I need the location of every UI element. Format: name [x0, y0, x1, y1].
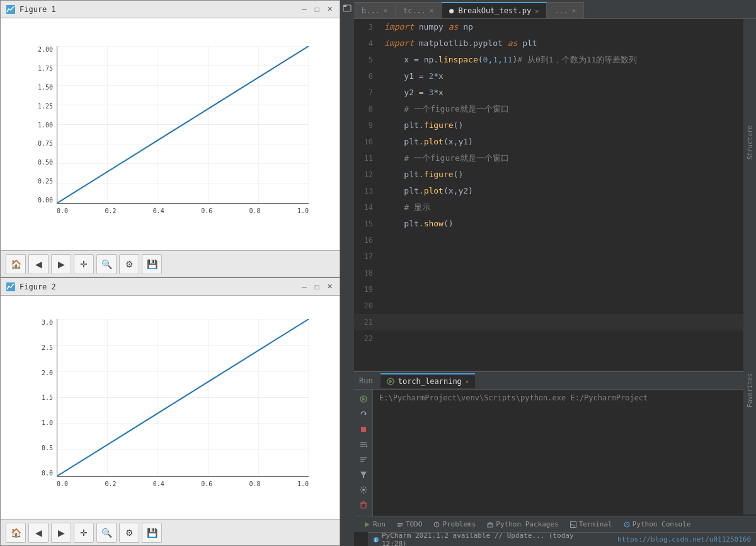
terminal-label: Terminal — [579, 520, 612, 528]
figure1-settings-btn[interactable]: ⚙ — [119, 254, 139, 274]
tab-0-label: b... — [362, 6, 380, 15]
code-line-5: 5 x = np.linspace(0,1,11)# 从0到1，个数为11的等差… — [354, 52, 756, 68]
run-filter-icon[interactable] — [357, 468, 370, 482]
todo-tab[interactable]: TODO — [392, 518, 428, 531]
line-num-4: 4 — [354, 35, 379, 52]
run-trash-icon[interactable] — [357, 498, 370, 512]
code-line-4: 4 import matplotlib.pyplot as plt — [354, 35, 756, 52]
figure2-minimize-btn[interactable]: ─ — [299, 282, 309, 292]
run-toolbar — [354, 390, 373, 516]
tab-1-close[interactable]: ✕ — [430, 7, 433, 14]
figure2-zoom-btn[interactable]: 🔍 — [96, 523, 117, 543]
python-console-icon: Py — [624, 521, 630, 528]
code-line-22: 22 — [354, 330, 756, 347]
favorites-label[interactable]: Favorites — [747, 373, 753, 407]
terminal-icon — [570, 521, 576, 528]
line-content-5: x = np.linspace(0,1,11)# 从0到1，个数为11的等差数列 — [379, 52, 756, 68]
tab-3-label: ... — [554, 6, 568, 15]
figure1-zoom-btn[interactable]: 🔍 — [96, 254, 117, 274]
svg-text:Py: Py — [625, 522, 630, 527]
run-tab-close[interactable]: ✕ — [466, 378, 469, 385]
tab-2-label: ● BreakOut_test.py — [449, 6, 531, 15]
bottom-area: Run TODO Problems — [354, 516, 756, 546]
svg-rect-53 — [398, 523, 403, 524]
figure2-x-axis: 0.0 0.2 0.4 0.6 0.8 1.0 — [57, 478, 309, 502]
code-line-18: 18 — [354, 265, 756, 281]
code-lines: 3 import numpy as np 4 import matplotlib… — [354, 19, 756, 371]
figure1-home-btn[interactable]: 🏠 — [6, 254, 26, 274]
run-refresh-icon[interactable] — [357, 407, 370, 421]
figure2-pan-btn[interactable]: ✛ — [74, 523, 94, 543]
todo-icon — [397, 521, 403, 528]
status-update[interactable]: i PyCharm 2021.1.2 available // Update..… — [373, 531, 602, 547]
figure2-settings-btn[interactable]: ⚙ — [119, 523, 139, 543]
figure2-close-btn[interactable]: ✕ — [324, 282, 335, 292]
figure2-forward-btn[interactable]: ▶ — [51, 523, 71, 543]
figure1-plot: 2.00 1.75 1.50 1.25 1.00 0.75 0.50 0.25 … — [25, 40, 315, 229]
problems-tab[interactable]: Problems — [428, 518, 481, 531]
figure1-forward-btn[interactable]: ▶ — [51, 254, 71, 274]
figure1-maximize-btn[interactable]: □ — [312, 4, 322, 15]
editor-tab-1[interactable]: tc... ✕ — [396, 2, 442, 18]
tab-3-close[interactable]: ✕ — [572, 7, 576, 14]
svg-marker-47 — [360, 472, 367, 478]
run-icon — [364, 521, 370, 528]
left-panel: Figure 1 ─ □ ✕ 2.00 1.75 1.50 1.25 1.00 … — [0, 0, 340, 546]
editor-tab-2[interactable]: ● BreakOut_test.py ✕ — [442, 2, 547, 18]
figure2-save-btn[interactable]: 💾 — [142, 523, 162, 543]
figure1-back-btn[interactable]: ◀ — [28, 254, 49, 274]
line-num-5: 5 — [354, 52, 379, 68]
line-num-12: 12 — [354, 166, 379, 183]
code-line-17: 17 — [354, 248, 756, 265]
figure2-titlebar: Figure 2 ─ □ ✕ — [1, 278, 340, 296]
editor-tab-0[interactable]: b... ✕ — [354, 2, 396, 18]
code-area: 3 import numpy as np 4 import matplotlib… — [354, 19, 756, 371]
python-packages-tab[interactable]: Python Packages — [482, 518, 563, 531]
figure1-titlebar: Figure 1 ─ □ ✕ — [1, 1, 340, 18]
tab-2-close[interactable]: ✕ — [535, 8, 539, 15]
figure2-icon — [6, 282, 16, 292]
editor-tab-3[interactable]: ... ✕ — [547, 2, 584, 18]
run-settings-icon[interactable] — [357, 483, 370, 497]
code-line-21: 21 — [354, 314, 756, 330]
tab-0-close[interactable]: ✕ — [384, 7, 387, 14]
line-content-10: plt.plot(x,y1) — [379, 134, 756, 150]
line-num-15: 15 — [354, 216, 379, 232]
figure2-window: Figure 2 ─ □ ✕ 3.0 2.5 2.0 1.5 1.0 0.5 0… — [0, 277, 340, 546]
run-bottom-label: Run — [373, 520, 386, 528]
figure1-minimize-btn[interactable]: ─ — [299, 4, 309, 15]
line-content-12: plt.figure() — [379, 166, 756, 183]
figure1-close-btn[interactable]: ✕ — [324, 4, 335, 15]
structure-label[interactable]: Structure — [747, 125, 753, 160]
run-stop-icon[interactable] — [357, 422, 370, 436]
line-num-21: 21 — [354, 314, 379, 330]
run-bottom-tab[interactable]: Run — [359, 518, 391, 531]
line-num-7: 7 — [354, 84, 379, 101]
code-line-20: 20 — [354, 298, 756, 314]
line-num-20: 20 — [354, 298, 379, 314]
terminal-tab[interactable]: Terminal — [565, 518, 617, 531]
line-content-13: plt.plot(x,y2) — [379, 183, 756, 199]
python-packages-icon — [487, 521, 493, 528]
figure2-back-btn[interactable]: ◀ — [28, 523, 49, 543]
python-packages-label: Python Packages — [496, 520, 558, 528]
run-rerun-icon[interactable] — [357, 392, 370, 406]
svg-rect-55 — [398, 526, 401, 526]
run-sort-icon[interactable] — [357, 453, 370, 467]
line-content-16 — [379, 232, 756, 248]
status-url[interactable]: https://blog.csdn.net/u011250160 — [617, 535, 751, 543]
figure2-title: Figure 2 — [20, 282, 56, 291]
figure1-save-btn[interactable]: 💾 — [142, 254, 162, 274]
project-sidebar-icon[interactable] — [341, 3, 353, 14]
figure1-pan-btn[interactable]: ✛ — [74, 254, 94, 274]
figure2-home-btn[interactable]: 🏠 — [6, 523, 26, 543]
svg-rect-59 — [488, 524, 493, 527]
svg-marker-43 — [366, 445, 367, 448]
figure1-y-axis: 2.00 1.75 1.50 1.25 1.00 0.75 0.50 0.25 … — [25, 46, 55, 204]
figure2-maximize-btn[interactable]: □ — [312, 282, 322, 292]
figure2-plot-area — [57, 319, 309, 477]
run-tab-torch[interactable]: torch_learning ✕ — [381, 373, 476, 388]
run-tabs: Run torch_learning ✕ — [354, 372, 756, 390]
python-console-tab[interactable]: Py Python Console — [619, 518, 696, 531]
run-scroll-icon[interactable] — [357, 438, 370, 451]
